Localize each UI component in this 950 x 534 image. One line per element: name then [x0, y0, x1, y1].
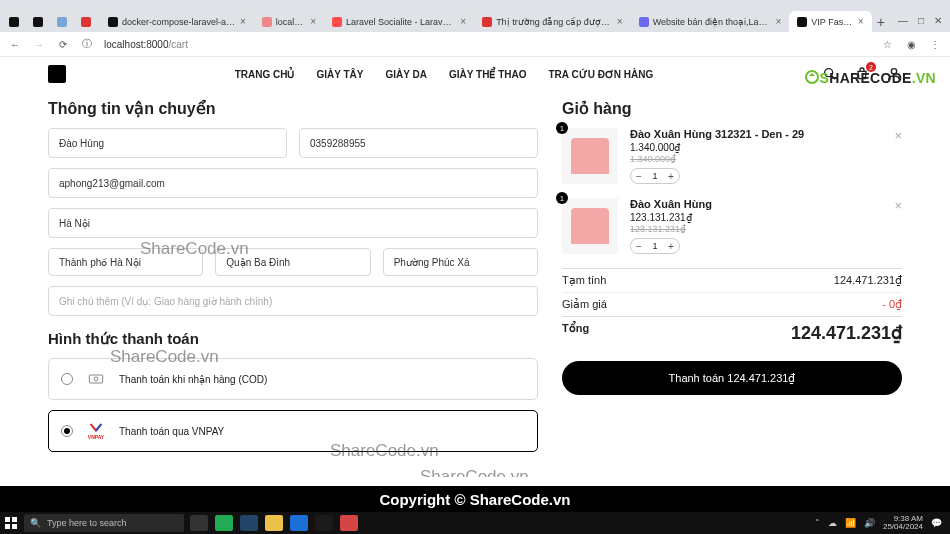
qty-stepper[interactable]: − 1 +	[630, 168, 680, 184]
nav-forward-icon[interactable]: →	[32, 37, 46, 51]
taskbar-clock[interactable]: 9:38 AM 25/04/2024	[883, 515, 923, 531]
cart-section: Giỏ hàng 1 Đào Xuân Hùng 312321 - Den - …	[562, 99, 902, 462]
remove-item-icon[interactable]: ×	[894, 128, 902, 143]
browser-tab[interactable]: Thị trường đẳng cấp được cá…×	[474, 11, 631, 32]
tab-title: Website bán điện thoại,Laptop…	[653, 17, 772, 27]
url-path: /cart	[169, 39, 188, 50]
qty-minus-icon[interactable]: −	[631, 241, 647, 252]
phone-field[interactable]: 0359288955	[299, 128, 538, 158]
cart-item-thumb[interactable]: 1	[562, 128, 618, 184]
taskbar-app[interactable]	[265, 515, 283, 531]
tray-volume-icon[interactable]: 🔊	[864, 518, 875, 528]
tab-close-icon[interactable]: ×	[240, 16, 246, 27]
district-select[interactable]: Quận Ba Đình	[215, 248, 370, 276]
cart-item-name: Đào Xuân Hùng	[630, 198, 902, 210]
taskbar-search[interactable]: 🔍 Type here to search	[24, 514, 184, 532]
nav-back-icon[interactable]: ←	[8, 37, 22, 51]
menu-item[interactable]: GIÀY DA	[385, 69, 427, 80]
new-tab-button[interactable]: +	[872, 12, 890, 32]
start-button[interactable]	[0, 512, 22, 534]
user-icon[interactable]	[886, 66, 902, 82]
tab-close-icon[interactable]: ×	[858, 16, 864, 27]
payment-option-cod[interactable]: Thanh toán khi nhận hàng (COD)	[48, 358, 538, 400]
remove-item-icon[interactable]: ×	[894, 198, 902, 213]
qty-plus-icon[interactable]: +	[663, 241, 679, 252]
qty-plus-icon[interactable]: +	[663, 171, 679, 182]
city-select[interactable]: Thành phố Hà Nội	[48, 248, 203, 276]
tab-close-icon[interactable]: ×	[460, 16, 466, 27]
summary-total-value: 124.471.231₫	[791, 322, 902, 344]
notifications-icon[interactable]: 💬	[931, 518, 942, 528]
tray-chevron-icon[interactable]: ˄	[815, 518, 820, 528]
name-field[interactable]: Đào Hùng	[48, 128, 287, 158]
summary-discount-value: - 0₫	[882, 298, 902, 311]
address-field[interactable]: Hà Nội	[48, 208, 538, 238]
payment-label: Thanh toán qua VNPAY	[119, 426, 224, 437]
system-tray[interactable]: ˄ ☁ 📶 🔊 9:38 AM 25/04/2024 💬	[807, 515, 950, 531]
tray-wifi-icon[interactable]: 📶	[845, 518, 856, 528]
cart-item-thumb[interactable]: 1	[562, 198, 618, 254]
cart-item: 1 Đào Xuân Hùng 312321 - Den - 29 1.340.…	[562, 128, 902, 184]
cart-item-price: 123.131.231₫	[630, 212, 902, 223]
taskbar-app[interactable]	[290, 515, 308, 531]
ward-select[interactable]: Phường Phúc Xá	[383, 248, 538, 276]
shipping-section: Thông tin vận chuyển Đào Hùng 0359288955…	[48, 99, 538, 462]
main-menu: TRANG CHỦ GIÀY TÂY GIÀY DA GIÀY THỂ THAO…	[66, 69, 822, 80]
svg-point-3	[891, 69, 896, 74]
svg-point-1	[825, 69, 833, 77]
search-icon[interactable]	[822, 66, 838, 82]
qty-minus-icon[interactable]: −	[631, 171, 647, 182]
taskbar-search-placeholder: Type here to search	[47, 518, 127, 528]
taskbar-app[interactable]	[190, 515, 208, 531]
checkout-button[interactable]: Thanh toán 124.471.231₫	[562, 361, 902, 395]
window-close-icon[interactable]: ✕	[934, 15, 942, 26]
window-minimize-icon[interactable]: —	[898, 15, 908, 26]
qty-stepper[interactable]: − 1 +	[630, 238, 680, 254]
menu-item[interactable]: GIÀY THỂ THAO	[449, 69, 526, 80]
browser-tab-active[interactable]: VIP Fashion×	[789, 11, 871, 32]
tray-cloud-icon[interactable]: ☁	[828, 518, 837, 528]
browser-menu-icon[interactable]: ⋮	[928, 37, 942, 51]
site-logo[interactable]	[48, 65, 66, 83]
svg-rect-7	[12, 517, 17, 522]
search-icon: 🔍	[30, 518, 41, 528]
browser-tab[interactable]: Website bán điện thoại,Laptop…×	[631, 11, 790, 32]
taskbar-app[interactable]	[240, 515, 258, 531]
taskbar-app[interactable]	[315, 515, 333, 531]
profile-avatar-icon[interactable]: ◉	[904, 37, 918, 51]
cart-item-name: Đào Xuân Hùng 312321 - Den - 29	[630, 128, 902, 140]
pinned-tab[interactable]	[76, 11, 100, 32]
menu-item[interactable]: TRANG CHỦ	[235, 69, 295, 80]
browser-tab[interactable]: localhost×	[254, 11, 324, 32]
cart-icon[interactable]: 2	[854, 66, 870, 82]
site-header: TRANG CHỦ GIÀY TÂY GIÀY DA GIÀY THỂ THAO…	[0, 57, 950, 91]
tab-title: docker-compose-laravel-alpin…	[122, 17, 236, 27]
nav-reload-icon[interactable]: ⟳	[56, 37, 70, 51]
pinned-tab[interactable]	[4, 11, 28, 32]
taskbar-app[interactable]	[340, 515, 358, 531]
pinned-tab[interactable]	[52, 11, 76, 32]
menu-item[interactable]: GIÀY TÂY	[316, 69, 363, 80]
bookmark-icon[interactable]: ☆	[880, 37, 894, 51]
url-field[interactable]: localhost:8000/cart	[104, 39, 870, 50]
tab-close-icon[interactable]: ×	[310, 16, 316, 27]
svg-rect-4	[89, 375, 102, 383]
radio-checked-icon	[61, 425, 73, 437]
watermark: ShareCode.vn	[420, 467, 529, 477]
cart-item-price-original: 123.131.231₫	[630, 224, 902, 234]
pinned-tab[interactable]	[28, 11, 52, 32]
tab-close-icon[interactable]: ×	[775, 16, 781, 27]
note-field[interactable]: Ghi chú thêm (Ví dụ: Giao hàng giờ hành …	[48, 286, 538, 316]
tab-close-icon[interactable]: ×	[617, 16, 623, 27]
window-chrome-strip	[0, 0, 950, 9]
payment-option-vnpay[interactable]: VNPAY Thanh toán qua VNPAY	[48, 410, 538, 452]
email-field[interactable]: aphong213@gmail.com	[48, 168, 538, 198]
window-maximize-icon[interactable]: □	[918, 15, 924, 26]
browser-tab[interactable]: Laravel Socialite - Laravel 11.x×	[324, 11, 474, 32]
tab-title: VIP Fashion	[811, 17, 854, 27]
taskbar-app[interactable]	[215, 515, 233, 531]
browser-tab[interactable]: docker-compose-laravel-alpin…×	[100, 11, 254, 32]
menu-item[interactable]: TRA CỨU ĐƠN HÀNG	[548, 69, 653, 80]
site-info-icon[interactable]: ⓘ	[80, 37, 94, 51]
page-viewport: SHARECODE.VN TRANG CHỦ GIÀY TÂY GIÀY DA …	[0, 57, 950, 477]
